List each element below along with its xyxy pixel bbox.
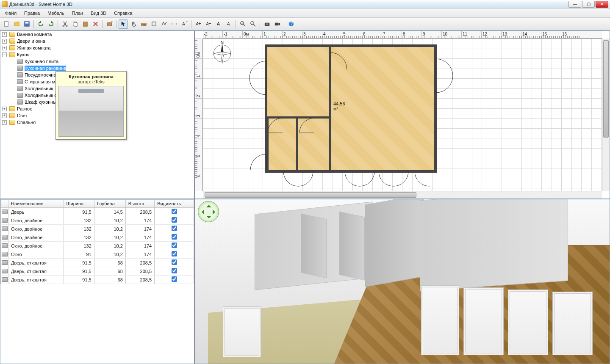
paste-button[interactable]	[80, 19, 90, 29]
column-header[interactable]: Наименование	[8, 200, 64, 208]
table-row[interactable]: Дверь, открытая91,568208,5	[1, 276, 194, 284]
create-walls-tool[interactable]	[139, 19, 148, 29]
catalog-folder[interactable]: −Кухня	[0, 51, 194, 58]
svg-text:+: +	[111, 21, 113, 24]
visibility-checkbox[interactable]	[172, 226, 177, 231]
folder-icon	[9, 113, 15, 118]
table-row[interactable]: Окно, двойное13210,2174	[1, 216, 194, 225]
visibility-checkbox[interactable]	[172, 259, 177, 265]
column-header[interactable]: Высота	[125, 200, 154, 208]
menu-help[interactable]: Справка	[111, 10, 136, 17]
menubar: Файл Правка Мебель План Вид 3D Справка	[0, 8, 610, 18]
catalog-folder[interactable]: +Двери и окна	[0, 38, 194, 44]
text-italic-button[interactable]: A	[224, 19, 233, 29]
folder-label: Жилая комната	[17, 45, 50, 50]
folder-icon	[9, 39, 15, 44]
visibility-checkbox[interactable]	[172, 217, 177, 223]
zoom-in-button[interactable]	[238, 19, 247, 29]
compass-icon[interactable]: N	[211, 41, 234, 64]
catalog-folder[interactable]: +Жилая комната	[0, 44, 194, 51]
visibility-checkbox[interactable]	[172, 234, 177, 240]
table-row[interactable]: Дверь91,514,5208,5	[1, 208, 194, 216]
add-furniture-button[interactable]: +	[105, 19, 114, 29]
ruler-tick: 4	[195, 118, 202, 138]
undo-button[interactable]	[36, 19, 45, 29]
cell-name: Окно, двойное	[8, 242, 64, 250]
visibility-checkbox[interactable]	[172, 276, 177, 282]
create-dimensions-tool[interactable]	[169, 19, 179, 29]
help-button[interactable]: ?	[286, 19, 296, 29]
visibility-checkbox[interactable]	[172, 209, 177, 214]
create-text-tool[interactable]: A+	[180, 19, 189, 29]
column-header[interactable]: Видимость	[155, 200, 194, 208]
column-header[interactable]: Ширина	[64, 200, 94, 208]
furniture-list-panel[interactable]: НаименованиеШиринаГлубинаВысотаВидимость…	[0, 199, 194, 364]
svg-rect-12	[152, 22, 155, 26]
plan-viewport[interactable]: N	[203, 39, 602, 191]
view-3d[interactable]	[195, 199, 610, 364]
table-row[interactable]: Дверь, открытая91,568208,5	[1, 259, 194, 267]
nav-3d-control[interactable]	[198, 201, 219, 222]
catalog-item[interactable]: Кухонная плита	[8, 58, 194, 65]
tree-toggle-icon[interactable]: +	[2, 32, 7, 37]
folder-icon	[9, 52, 15, 57]
folder-label: Двери и окна	[17, 39, 45, 44]
tree-toggle-icon[interactable]: +	[2, 113, 7, 118]
tree-toggle-icon[interactable]: +	[2, 107, 7, 111]
text-increase-button[interactable]: A	[194, 19, 203, 29]
create-rooms-tool[interactable]	[149, 19, 158, 29]
tree-toggle-icon[interactable]: +	[2, 120, 7, 125]
text-decrease-button[interactable]: A	[204, 19, 213, 29]
minimize-button[interactable]: —	[568, 1, 581, 8]
select-tool[interactable]	[119, 19, 128, 29]
pan-tool[interactable]	[129, 19, 138, 29]
photo-button[interactable]	[262, 19, 272, 29]
folder-label: Ванная комната	[17, 32, 52, 37]
table-row[interactable]: Окно, двойное13210,2174	[1, 225, 194, 233]
item-label: Кухонная раковина	[25, 66, 66, 71]
furniture-table[interactable]: НаименованиеШиринаГлубинаВысотаВидимость…	[0, 199, 194, 284]
maximize-button[interactable]: ▢	[582, 1, 595, 8]
menu-file[interactable]: Файл	[2, 10, 20, 17]
visibility-checkbox[interactable]	[172, 268, 177, 273]
table-row[interactable]: Окно, двойное13210,2174	[1, 242, 194, 250]
zoom-out-button[interactable]	[248, 19, 258, 29]
tree-toggle-icon[interactable]: −	[2, 52, 7, 57]
visibility-checkbox[interactable]	[172, 243, 177, 248]
catalog-folder[interactable]: +Ванная комната	[0, 31, 194, 38]
table-row[interactable]: Окно9110,2174	[1, 250, 194, 259]
copy-button[interactable]	[70, 19, 80, 29]
video-button[interactable]	[272, 19, 282, 29]
menu-3dview[interactable]: Вид 3D	[87, 10, 110, 17]
cut-button[interactable]	[60, 19, 69, 29]
create-polylines-tool[interactable]	[159, 19, 169, 29]
plan-scrollbar-vertical[interactable]	[602, 39, 610, 191]
tree-toggle-icon[interactable]: +	[2, 39, 7, 44]
menu-plan[interactable]: План	[69, 10, 87, 17]
cell-width: 132	[64, 216, 94, 225]
table-row[interactable]: Дверь, открытая91,568208,5	[1, 267, 194, 276]
menu-furniture[interactable]: Мебель	[44, 10, 67, 17]
menu-edit[interactable]: Правка	[21, 10, 43, 17]
delete-button[interactable]	[91, 19, 100, 29]
cell-height: 208,5	[125, 259, 154, 267]
plan-2d-view[interactable]: -2-10м12345678910111213141516 0м123456 N	[195, 30, 610, 199]
close-button[interactable]: ✕	[596, 1, 608, 8]
visibility-checkbox[interactable]	[172, 251, 177, 256]
cell-name: Окно, двойное	[8, 216, 64, 225]
table-row[interactable]: Окно, двойное13210,2174	[1, 233, 194, 242]
plan-scrollbar-horizontal[interactable]	[203, 191, 602, 199]
furniture-catalog-tree[interactable]: +Ванная комната+Двери и окна+Жилая комна…	[0, 30, 194, 199]
catalog-item[interactable]: Кухонная раковина	[8, 65, 194, 72]
cell-height: 174	[125, 225, 154, 233]
item-label: Кухонная плита	[25, 59, 58, 64]
open-button[interactable]	[12, 19, 21, 29]
row-icon	[2, 218, 8, 223]
save-button[interactable]	[22, 19, 31, 29]
column-header[interactable]: Глубина	[94, 200, 125, 208]
tree-toggle-icon[interactable]: +	[2, 46, 7, 50]
cell-height: 208,5	[125, 208, 154, 216]
text-bold-button[interactable]: A	[214, 19, 223, 29]
redo-button[interactable]	[46, 19, 55, 29]
new-button[interactable]	[2, 19, 11, 29]
